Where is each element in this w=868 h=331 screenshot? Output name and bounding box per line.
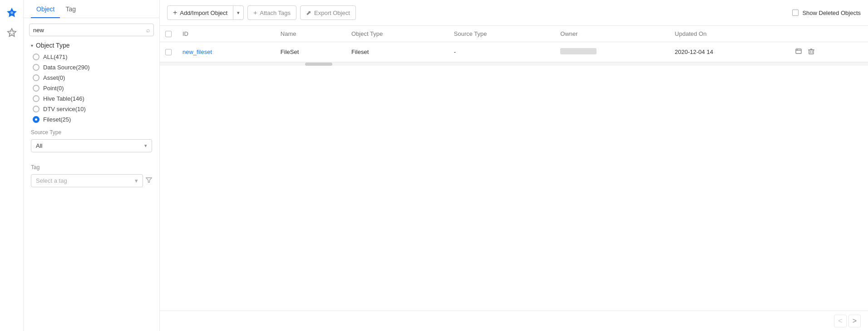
table-navigation: < >	[160, 311, 868, 331]
export-object-label: Export Object	[314, 10, 350, 16]
radio-hivetable[interactable]: Hive Table(146)	[33, 95, 152, 102]
radio-fileset[interactable]: Fileset(25)	[33, 116, 152, 123]
scrollbar-thumb[interactable]	[305, 63, 332, 66]
row-checkbox[interactable]	[165, 49, 172, 55]
svg-marker-4	[146, 178, 152, 182]
radio-circle-asset	[33, 74, 39, 81]
svg-rect-8	[809, 50, 814, 54]
row-actions	[794, 47, 863, 57]
col-header-name: Name	[275, 26, 346, 42]
radio-asset[interactable]: Asset(0)	[33, 74, 152, 81]
sidebar-tabs: Object Tag	[24, 0, 159, 18]
tag-placeholder: Select a tag	[36, 177, 67, 184]
radio-circle-hivetable	[33, 95, 39, 102]
export-object-button[interactable]: ⬈ Export Object	[300, 5, 356, 20]
attach-tags-button[interactable]: + Attach Tags	[247, 5, 296, 20]
cell-name: FileSet	[275, 42, 346, 62]
attach-tags-icon: +	[253, 9, 257, 16]
object-type-label: Object Type	[36, 42, 69, 49]
cell-id: new_fileset	[177, 42, 275, 62]
nav-icon-star-outline[interactable]	[4, 24, 20, 41]
chevron-down-icon: ▾	[144, 143, 147, 149]
source-type-label: Source Type	[31, 129, 152, 136]
toolbar: + Add/Import Object ▾ + Attach Tags ⬈ Ex…	[160, 0, 868, 26]
tag-chevron-icon: ▾	[135, 177, 138, 184]
radio-dtv[interactable]: DTV service(10)	[33, 106, 152, 112]
radio-all[interactable]: ALL(471)	[33, 54, 152, 60]
sidebar: Object Tag ⌕ ▾ Object Type ALL(471) Data…	[24, 0, 160, 331]
search-input[interactable]	[33, 27, 143, 34]
radio-circle-point	[33, 85, 39, 92]
cell-source-type: -	[449, 42, 555, 62]
object-type-header[interactable]: ▾ Object Type	[31, 42, 152, 49]
radio-datasource[interactable]: Data Source(290)	[33, 64, 152, 71]
main-content: + Add/Import Object ▾ + Attach Tags ⬈ Ex…	[160, 0, 868, 331]
object-type-filter: ▾ Object Type ALL(471) Data Source(290) …	[24, 42, 159, 158]
view-action-button[interactable]	[794, 47, 803, 57]
add-import-button[interactable]: + Add/Import Object ▾	[167, 5, 244, 20]
filter-funnel-icon[interactable]	[146, 177, 152, 185]
row-checkbox-cell	[160, 42, 177, 62]
prev-page-button[interactable]: <	[834, 315, 846, 327]
source-type-value: All	[36, 142, 42, 149]
svg-point-1	[10, 11, 13, 14]
header-checkbox-cell	[160, 26, 177, 42]
col-header-source-type: Source Type	[449, 26, 555, 42]
cell-actions	[789, 42, 868, 62]
add-import-dropdown-arrow[interactable]: ▾	[233, 6, 243, 19]
col-header-owner: Owner	[555, 26, 669, 42]
next-page-button[interactable]: >	[848, 315, 861, 327]
owner-placeholder	[560, 48, 597, 54]
id-link[interactable]: new_fileset	[182, 49, 212, 55]
nav-icons-panel	[0, 0, 24, 331]
search-bar: ⌕	[29, 24, 154, 36]
radio-circle-all	[33, 54, 39, 60]
search-icon: ⌕	[146, 26, 150, 34]
nav-icon-star-filled[interactable]	[4, 5, 20, 21]
tag-label: Tag	[31, 164, 152, 170]
table-header-row: ID Name Object Type Source Type Owner Up…	[160, 26, 868, 42]
svg-point-3	[10, 31, 13, 34]
cell-owner	[555, 42, 669, 62]
show-deleted-label: Show Deleted Objects	[802, 10, 861, 16]
attach-tags-label: Attach Tags	[260, 10, 291, 16]
add-import-main[interactable]: + Add/Import Object	[168, 6, 233, 19]
tag-section: Tag Select a tag ▾	[24, 158, 159, 193]
dropdown-chevron-icon: ▾	[237, 10, 240, 16]
add-import-label: Add/Import Object	[180, 10, 227, 16]
tab-object[interactable]: Object	[31, 0, 60, 18]
col-header-actions	[789, 26, 868, 42]
radio-circle-dtv	[33, 106, 39, 112]
tag-select-dropdown[interactable]: Select a tag ▾	[31, 174, 143, 187]
header-checkbox[interactable]	[165, 31, 172, 37]
plus-icon: +	[173, 9, 177, 17]
col-header-updated-on: Updated On	[669, 26, 789, 42]
col-header-object-type: Object Type	[346, 26, 449, 42]
show-deleted-checkbox[interactable]	[792, 10, 799, 16]
col-header-id: ID	[177, 26, 275, 42]
tab-tag[interactable]: Tag	[60, 0, 81, 18]
table-row: new_fileset FileSet Fileset - 2020-12-04…	[160, 42, 868, 62]
radio-circle-datasource	[33, 64, 39, 71]
object-type-radio-group: ALL(471) Data Source(290) Asset(0) Point…	[31, 54, 152, 123]
cell-object-type: Fileset	[346, 42, 449, 62]
svg-rect-5	[796, 49, 801, 54]
show-deleted-section: Show Deleted Objects	[792, 10, 861, 16]
cell-updated-on: 2020-12-04 14	[669, 42, 789, 62]
tag-select-row: Select a tag ▾	[31, 174, 152, 187]
radio-point[interactable]: Point(0)	[33, 85, 152, 92]
delete-action-button[interactable]	[807, 47, 816, 57]
export-icon: ⬈	[306, 9, 311, 16]
source-type-dropdown[interactable]: All ▾	[31, 139, 152, 152]
horizontal-scrollbar[interactable]	[160, 62, 868, 66]
table-container: ID Name Object Type Source Type Owner Up…	[160, 26, 868, 311]
objects-table: ID Name Object Type Source Type Owner Up…	[160, 26, 868, 62]
radio-circle-fileset	[33, 116, 39, 123]
collapse-icon: ▾	[31, 43, 33, 48]
